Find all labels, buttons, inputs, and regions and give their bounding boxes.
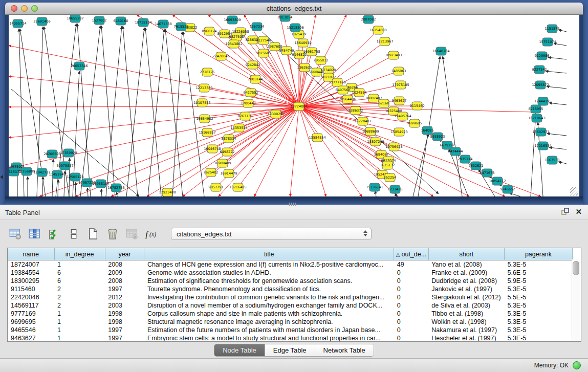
table-cell[interactable]: 1 <box>54 260 105 269</box>
table-cell[interactable]: Dudbridge et al. (2008) <box>428 277 504 285</box>
graph-node[interactable]: 15166857 <box>199 128 215 137</box>
table-row[interactable]: 1830029562008Estimation of significance … <box>8 277 573 285</box>
network-window-titlebar[interactable]: citations_edges.txt <box>5 3 583 15</box>
window-resize-grip[interactable] <box>570 187 578 195</box>
table-cell[interactable]: 1 <box>54 326 105 334</box>
graph-node[interactable]: 2087082 <box>361 15 376 24</box>
table-cell[interactable]: Structural magnetic resonance image aver… <box>144 318 394 326</box>
table-cell[interactable]: 0 <box>394 269 428 277</box>
graph-node[interactable]: 352254 <box>384 173 397 182</box>
table-cell[interactable]: 0 <box>394 277 428 285</box>
table-cell[interactable]: Yano et al. (2008) <box>428 260 504 269</box>
graph-node[interactable]: 9227342 <box>532 65 547 74</box>
table-cell[interactable]: 5.3E-5 <box>504 285 572 293</box>
graph-node[interactable]: 9699695 <box>407 119 422 127</box>
table-cell[interactable]: 2008 <box>105 260 144 269</box>
table-cell[interactable]: 22420046 <box>8 293 54 301</box>
graph-node[interactable]: 16914479 <box>220 169 237 178</box>
table-cell[interactable]: Investigating the contribution of common… <box>144 293 394 301</box>
table-cell[interactable]: 2 <box>54 285 105 293</box>
table-cell[interactable]: Stergiakouli et al. (2012) <box>428 293 504 301</box>
table-cell[interactable]: 5.6E-5 <box>504 269 572 277</box>
table-cell[interactable]: 1 <box>54 310 105 318</box>
graph-node[interactable]: 16093809 <box>224 16 241 24</box>
graph-node[interactable]: 7625402 <box>204 168 219 177</box>
graph-node[interactable]: 1167533 <box>545 156 560 164</box>
graph-node[interactable]: 7386372 <box>349 106 363 115</box>
table-cell[interactable]: 5.3E-5 <box>504 318 572 326</box>
table-cell[interactable]: 2003 <box>105 301 144 310</box>
graph-node[interactable]: 62160 <box>379 99 389 107</box>
graph-node[interactable]: 14055714 <box>9 19 26 28</box>
table-cell[interactable]: 5.5E-5 <box>504 293 572 301</box>
table-cell[interactable]: 1 <box>54 334 105 342</box>
graph-node[interactable]: 8938923 <box>430 133 445 141</box>
graph-node[interactable]: 15136141 <box>366 183 383 191</box>
graph-node[interactable]: 7955812 <box>314 56 329 64</box>
graph-node[interactable]: 22691406 <box>33 17 50 26</box>
table-cell[interactable]: 0 <box>394 334 428 342</box>
graph-node[interactable]: 8813054 <box>278 15 293 21</box>
divider-grip[interactable] <box>289 203 297 206</box>
table-cell[interactable]: 0 <box>394 318 428 326</box>
column-header-out_de[interactable]: △out_de... <box>394 248 428 260</box>
table-cell[interactable]: 19384554 <box>8 269 54 277</box>
table-cell[interactable]: 5.3E-5 <box>504 260 572 269</box>
graph-node[interactable]: 6498222 <box>220 148 235 156</box>
graph-node[interactable]: 7632621 <box>469 162 484 170</box>
graph-node[interactable]: 1151874 <box>545 25 560 33</box>
graph-node[interactable]: 9115460 <box>410 102 425 110</box>
column-header-pagerank[interactable]: pagerank <box>504 248 572 260</box>
graph-node[interactable]: 10973493 <box>385 51 402 59</box>
table-cell[interactable]: de Silva et al. (2003) <box>428 301 504 310</box>
graph-node[interactable]: 8215955 <box>529 105 543 113</box>
table-cell[interactable]: 2 <box>54 293 105 301</box>
tab-network-table[interactable]: Network Table <box>315 344 374 356</box>
column-header-in_degree[interactable]: in_degree <box>54 248 105 260</box>
graph-node[interactable]: 8267130 <box>238 112 253 120</box>
table-settings-icon[interactable] <box>8 227 23 241</box>
table-cell[interactable]: 6 <box>54 277 105 285</box>
graph-node[interactable]: 16782753 <box>107 184 124 192</box>
table-row[interactable]: 946554611997Estimation of the future num… <box>8 326 573 334</box>
merge-rows-icon[interactable] <box>67 227 81 241</box>
graph-node[interactable]: 2803144 <box>248 75 263 83</box>
graph-node[interactable]: 8960124 <box>202 27 217 35</box>
new-table-icon[interactable] <box>86 227 100 241</box>
graph-node[interactable]: 164095 <box>421 126 434 135</box>
table-cell[interactable]: 5.3E-5 <box>504 334 572 342</box>
graph-node[interactable]: 17016534 <box>534 142 551 150</box>
table-cell[interactable]: 6 <box>54 269 105 277</box>
table-cell[interactable]: 2008 <box>105 277 144 285</box>
tab-node-table[interactable]: Node Table <box>214 344 265 356</box>
table-cell[interactable]: Hescheler et al. (1997) <box>428 334 504 342</box>
graph-node[interactable]: 7357234 <box>250 23 265 31</box>
table-cell[interactable]: Estimation of the future numbers of pati… <box>144 326 394 334</box>
table-cell[interactable]: 14569117 <box>8 301 54 310</box>
table-cell[interactable]: 2 <box>54 301 105 310</box>
graph-node[interactable]: 13716485 <box>229 183 246 191</box>
function-builder-icon[interactable]: f(x) <box>144 227 159 241</box>
graph-node[interactable]: 1024554 <box>352 89 367 97</box>
graph-node[interactable]: 1527602 <box>92 16 107 25</box>
graph-node[interactable]: 10719134 <box>135 18 151 27</box>
table-cell[interactable]: Wolkin et al. (1998) <box>428 318 504 326</box>
table-cell[interactable]: 0 <box>394 326 428 334</box>
graph-node[interactable]: 17975105 <box>392 81 409 89</box>
graph-node[interactable]: 15854923 <box>390 128 407 136</box>
graph-node[interactable]: 20564436 <box>339 95 356 103</box>
table-cell[interactable]: 1998 <box>105 310 144 318</box>
graph-node[interactable]: 3875685 <box>256 49 271 57</box>
table-cell[interactable]: 2012 <box>105 293 144 301</box>
table-cell[interactable]: Franke et al. (2009) <box>428 269 504 277</box>
table-cell[interactable]: Tourette syndrome. Phenomenology and cla… <box>144 285 394 293</box>
graph-node[interactable]: 16210643 <box>528 114 545 122</box>
table-cell[interactable]: 5.3E-5 <box>504 326 572 334</box>
table-cell[interactable]: 1997 <box>105 285 144 293</box>
column-header-short[interactable]: short <box>428 248 504 260</box>
column-header-title[interactable]: title <box>144 248 394 260</box>
graph-node[interactable]: 15751074 <box>539 38 556 46</box>
table-vertical-scrollbar[interactable] <box>572 259 580 340</box>
graph-node[interactable]: 8471676 <box>480 169 495 177</box>
table-cell[interactable]: 5.3E-5 <box>504 310 572 318</box>
